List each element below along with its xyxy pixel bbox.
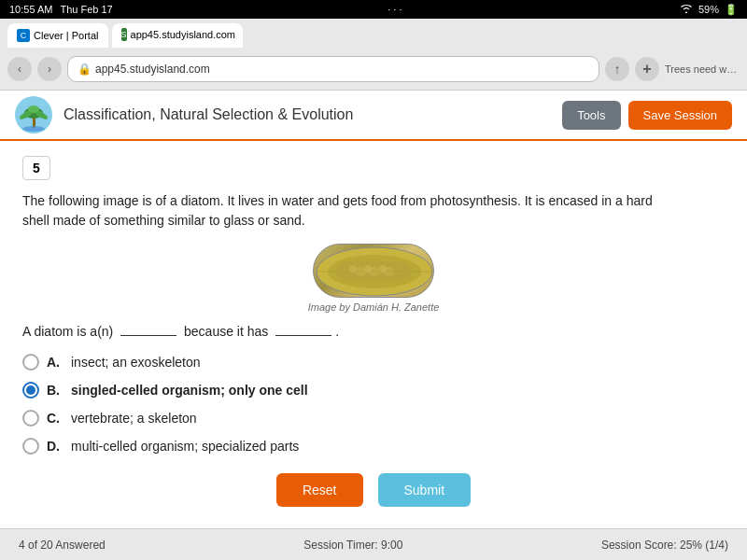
app-title: Classification, Natural Selection & Evol… (63, 106, 562, 123)
option-b-label: B. (47, 383, 63, 398)
radio-b[interactable] (22, 382, 39, 399)
clever-favicon: C (17, 29, 30, 42)
save-session-button[interactable]: Save Session (628, 101, 733, 130)
svg-point-6 (22, 126, 45, 132)
diatom-image (313, 244, 434, 298)
radio-d[interactable] (22, 438, 39, 455)
extra-tab-label: Trees need wate (665, 63, 740, 75)
radio-c[interactable] (22, 410, 39, 427)
option-b-text: singled-celled organism; only one cell (71, 383, 308, 398)
svg-point-8 (328, 255, 421, 288)
share-button[interactable]: ↑ (605, 57, 629, 81)
tab-clever-label: Clever | Portal (34, 30, 99, 41)
question-number: 5 (22, 156, 50, 180)
studyisland-favicon: S (121, 28, 127, 41)
tab-clever[interactable]: C Clever | Portal (7, 23, 108, 48)
reset-button[interactable]: Reset (276, 473, 363, 507)
battery-text: 59% (698, 4, 719, 15)
dots-icon: ··· (388, 4, 404, 15)
svg-point-11 (383, 267, 394, 276)
status-time: 10:55 AM (9, 4, 52, 15)
action-buttons: Reset Submit (22, 473, 725, 507)
new-tab-button[interactable]: + (635, 57, 659, 81)
option-c-label: C. (47, 411, 63, 426)
browser-chrome: C Clever | Portal S app45.studyisland.co… (0, 19, 747, 91)
address-text: app45.studyisland.com (95, 63, 210, 76)
footer-answered: 4 of 20 Answered (19, 539, 106, 552)
footer-score: Session Score: 25% (1/4) (601, 539, 728, 552)
tab-studyisland[interactable]: S app45.studyisland.com (112, 23, 243, 48)
submit-button[interactable]: Submit (378, 473, 472, 507)
image-caption: Image by Damián H. Zanette (308, 301, 440, 313)
battery-icon: 🔋 (725, 4, 738, 16)
radio-a[interactable] (22, 354, 39, 371)
blank-2 (275, 335, 331, 336)
address-bar[interactable]: 🔒 app45.studyisland.com (67, 56, 599, 82)
question-intro-text: The following image is of a diatom. It l… (22, 191, 676, 231)
option-c[interactable]: C. vertebrate; a skeleton (22, 410, 725, 427)
option-a[interactable]: A. insect; an exoskeleton (22, 354, 725, 371)
option-a-text: insect; an exoskeleton (71, 355, 201, 370)
footer-timer: Session Timer: 9:00 (303, 539, 402, 552)
blank-1 (120, 335, 176, 336)
main-content: 5 The following image is of a diatom. It… (0, 141, 747, 528)
svg-point-10 (369, 267, 380, 276)
option-a-label: A. (47, 355, 63, 370)
wifi-icon (680, 4, 693, 15)
svg-point-9 (355, 267, 366, 276)
svg-point-5 (28, 105, 39, 113)
tab-bar: C Clever | Portal S app45.studyisland.co… (0, 19, 747, 49)
status-bar: 10:55 AM Thu Feb 17 ··· 59% 🔋 (0, 0, 747, 19)
option-b[interactable]: B. singled-celled organism; only one cel… (22, 382, 725, 399)
forward-button[interactable]: › (37, 57, 62, 81)
footer-bar: 4 of 20 Answered Session Timer: 9:00 Ses… (0, 528, 747, 560)
tab-studyisland-label: app45.studyisland.com (131, 29, 236, 40)
tools-button[interactable]: Tools (562, 101, 620, 130)
app-bar: Classification, Natural Selection & Evol… (0, 91, 747, 141)
options-list: A. insect; an exoskeleton B. singled-cel… (22, 354, 725, 455)
option-c-text: vertebrate; a skeleton (71, 411, 197, 426)
fill-blank-text: A diatom is a(n) because it has . (22, 324, 725, 339)
option-d-label: D. (47, 439, 63, 454)
status-date: Thu Feb 17 (60, 4, 112, 15)
option-d[interactable]: D. multi-celled organism; specialized pa… (22, 438, 725, 455)
lock-icon: 🔒 (78, 63, 92, 76)
browser-toolbar: ‹ › 🔒 app45.studyisland.com ↑ + Trees ne… (0, 49, 747, 90)
back-button[interactable]: ‹ (7, 57, 32, 81)
diatom-image-container: Image by Damián H. Zanette (22, 244, 725, 313)
app-logo (15, 96, 52, 133)
option-d-text: multi-celled organism; specialized parts (71, 439, 299, 454)
